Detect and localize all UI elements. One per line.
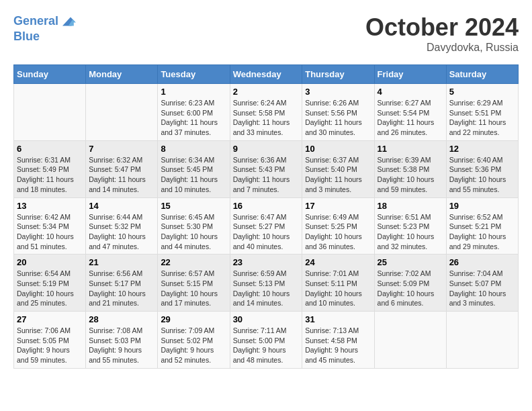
calendar-cell: 7Sunrise: 6:32 AM Sunset: 5:47 PM Daylig… <box>86 140 158 197</box>
day-info: Sunrise: 6:31 AM Sunset: 5:49 PM Dayligh… <box>17 155 83 195</box>
day-number: 21 <box>89 257 154 267</box>
day-info: Sunrise: 7:11 AM Sunset: 5:00 PM Dayligh… <box>233 326 300 365</box>
day-info: Sunrise: 6:54 AM Sunset: 5:19 PM Dayligh… <box>17 269 83 308</box>
calendar-cell: 12Sunrise: 6:40 AM Sunset: 5:36 PM Dayli… <box>446 140 518 197</box>
calendar-cell: 16Sunrise: 6:47 AM Sunset: 5:27 PM Dayli… <box>230 197 302 255</box>
calendar-cell: 8Sunrise: 6:34 AM Sunset: 5:45 PM Daylig… <box>158 140 230 197</box>
calendar-cell: 25Sunrise: 7:02 AM Sunset: 5:09 PM Dayli… <box>374 255 446 312</box>
day-info: Sunrise: 6:47 AM Sunset: 5:27 PM Dayligh… <box>233 212 300 252</box>
day-info: Sunrise: 6:26 AM Sunset: 5:56 PM Dayligh… <box>305 98 371 138</box>
day-number: 8 <box>161 144 226 154</box>
day-number: 17 <box>305 201 371 211</box>
day-info: Sunrise: 6:42 AM Sunset: 5:34 PM Dayligh… <box>17 212 83 252</box>
day-info: Sunrise: 7:06 AM Sunset: 5:05 PM Dayligh… <box>17 326 83 365</box>
calendar-cell <box>86 84 158 141</box>
day-info: Sunrise: 6:29 AM Sunset: 5:51 PM Dayligh… <box>449 98 515 138</box>
day-info: Sunrise: 6:32 AM Sunset: 5:47 PM Dayligh… <box>89 155 154 195</box>
calendar-cell: 18Sunrise: 6:51 AM Sunset: 5:23 PM Dayli… <box>374 197 446 255</box>
day-number: 1 <box>161 87 226 97</box>
calendar-cell: 9Sunrise: 6:36 AM Sunset: 5:43 PM Daylig… <box>230 140 302 197</box>
page-header: General Blue October 2024 Davydovka, Rus… <box>13 13 519 54</box>
calendar-cell: 27Sunrise: 7:06 AM Sunset: 5:05 PM Dayli… <box>14 312 86 369</box>
day-number: 18 <box>378 201 443 211</box>
day-number: 28 <box>89 314 154 324</box>
calendar-cell: 19Sunrise: 6:52 AM Sunset: 5:21 PM Dayli… <box>446 197 518 255</box>
day-info: Sunrise: 6:56 AM Sunset: 5:17 PM Dayligh… <box>89 269 154 308</box>
day-number: 15 <box>161 201 226 211</box>
day-number: 14 <box>89 201 154 211</box>
day-info: Sunrise: 6:59 AM Sunset: 5:13 PM Dayligh… <box>233 269 300 308</box>
day-number: 6 <box>17 144 83 154</box>
day-info: Sunrise: 6:57 AM Sunset: 5:15 PM Dayligh… <box>161 269 226 308</box>
calendar-cell: 21Sunrise: 6:56 AM Sunset: 5:17 PM Dayli… <box>86 255 158 312</box>
calendar-cell: 15Sunrise: 6:45 AM Sunset: 5:30 PM Dayli… <box>158 197 230 255</box>
month-title: October 2024 <box>365 13 519 42</box>
day-info: Sunrise: 6:27 AM Sunset: 5:54 PM Dayligh… <box>378 98 443 138</box>
day-info: Sunrise: 6:51 AM Sunset: 5:23 PM Dayligh… <box>378 212 443 252</box>
day-number: 3 <box>305 87 371 97</box>
day-info: Sunrise: 7:04 AM Sunset: 5:07 PM Dayligh… <box>449 269 515 308</box>
day-number: 11 <box>378 144 443 154</box>
calendar-cell: 24Sunrise: 7:01 AM Sunset: 5:11 PM Dayli… <box>302 255 374 312</box>
logo-line1: General <box>13 14 58 28</box>
day-info: Sunrise: 6:52 AM Sunset: 5:21 PM Dayligh… <box>449 212 515 252</box>
weekday-header-sunday: Sunday <box>14 65 86 84</box>
weekday-header-row: SundayMondayTuesdayWednesdayThursdayFrid… <box>14 65 519 84</box>
week-row-1: 1Sunrise: 6:23 AM Sunset: 6:00 PM Daylig… <box>14 84 519 141</box>
calendar-cell: 30Sunrise: 7:11 AM Sunset: 5:00 PM Dayli… <box>230 312 302 369</box>
day-info: Sunrise: 6:24 AM Sunset: 5:58 PM Dayligh… <box>233 98 300 138</box>
day-number: 23 <box>233 257 300 267</box>
calendar-cell <box>14 84 86 141</box>
location: Davydovka, Russia <box>365 42 519 54</box>
weekday-header-tuesday: Tuesday <box>158 65 230 84</box>
day-number: 10 <box>305 144 371 154</box>
weekday-header-saturday: Saturday <box>446 65 518 84</box>
calendar-cell: 31Sunrise: 7:13 AM Sunset: 4:58 PM Dayli… <box>302 312 374 369</box>
calendar-cell: 14Sunrise: 6:44 AM Sunset: 5:32 PM Dayli… <box>86 197 158 255</box>
day-number: 9 <box>233 144 300 154</box>
day-info: Sunrise: 7:01 AM Sunset: 5:11 PM Dayligh… <box>305 269 371 308</box>
calendar-cell: 20Sunrise: 6:54 AM Sunset: 5:19 PM Dayli… <box>14 255 86 312</box>
week-row-4: 20Sunrise: 6:54 AM Sunset: 5:19 PM Dayli… <box>14 255 519 312</box>
day-number: 2 <box>233 87 300 97</box>
day-number: 13 <box>17 201 83 211</box>
calendar-cell: 3Sunrise: 6:26 AM Sunset: 5:56 PM Daylig… <box>302 84 374 141</box>
day-info: Sunrise: 7:02 AM Sunset: 5:09 PM Dayligh… <box>378 269 443 308</box>
calendar-cell: 1Sunrise: 6:23 AM Sunset: 6:00 PM Daylig… <box>158 84 230 141</box>
weekday-header-monday: Monday <box>86 65 158 84</box>
day-number: 29 <box>161 314 226 324</box>
day-number: 22 <box>161 257 226 267</box>
day-number: 20 <box>17 257 83 267</box>
day-number: 26 <box>449 257 515 267</box>
calendar-cell: 4Sunrise: 6:27 AM Sunset: 5:54 PM Daylig… <box>374 84 446 141</box>
calendar-cell: 28Sunrise: 7:08 AM Sunset: 5:03 PM Dayli… <box>86 312 158 369</box>
day-number: 27 <box>17 314 83 324</box>
day-number: 7 <box>89 144 154 154</box>
calendar-cell: 10Sunrise: 6:37 AM Sunset: 5:40 PM Dayli… <box>302 140 374 197</box>
day-number: 24 <box>305 257 371 267</box>
day-info: Sunrise: 7:13 AM Sunset: 4:58 PM Dayligh… <box>305 326 371 365</box>
weekday-header-friday: Friday <box>374 65 446 84</box>
calendar-cell: 13Sunrise: 6:42 AM Sunset: 5:34 PM Dayli… <box>14 197 86 255</box>
week-row-5: 27Sunrise: 7:06 AM Sunset: 5:05 PM Dayli… <box>14 312 519 369</box>
day-info: Sunrise: 6:37 AM Sunset: 5:40 PM Dayligh… <box>305 155 371 195</box>
day-info: Sunrise: 7:08 AM Sunset: 5:03 PM Dayligh… <box>89 326 154 365</box>
logo: General Blue <box>13 13 76 44</box>
logo-icon <box>60 13 76 30</box>
title-block: October 2024 Davydovka, Russia <box>365 13 519 54</box>
calendar-cell: 5Sunrise: 6:29 AM Sunset: 5:51 PM Daylig… <box>446 84 518 141</box>
logo-text: General <box>13 14 58 29</box>
calendar-cell: 29Sunrise: 7:09 AM Sunset: 5:02 PM Dayli… <box>158 312 230 369</box>
calendar-cell: 2Sunrise: 6:24 AM Sunset: 5:58 PM Daylig… <box>230 84 302 141</box>
day-number: 4 <box>378 87 443 97</box>
day-number: 31 <box>305 314 371 324</box>
day-info: Sunrise: 6:36 AM Sunset: 5:43 PM Dayligh… <box>233 155 300 195</box>
calendar-table: SundayMondayTuesdayWednesdayThursdayFrid… <box>13 64 519 369</box>
calendar-cell <box>446 312 518 369</box>
calendar-cell: 26Sunrise: 7:04 AM Sunset: 5:07 PM Dayli… <box>446 255 518 312</box>
day-info: Sunrise: 6:45 AM Sunset: 5:30 PM Dayligh… <box>161 212 226 252</box>
weekday-header-thursday: Thursday <box>302 65 374 84</box>
weekday-header-wednesday: Wednesday <box>230 65 302 84</box>
calendar-cell: 22Sunrise: 6:57 AM Sunset: 5:15 PM Dayli… <box>158 255 230 312</box>
day-info: Sunrise: 7:09 AM Sunset: 5:02 PM Dayligh… <box>161 326 226 365</box>
